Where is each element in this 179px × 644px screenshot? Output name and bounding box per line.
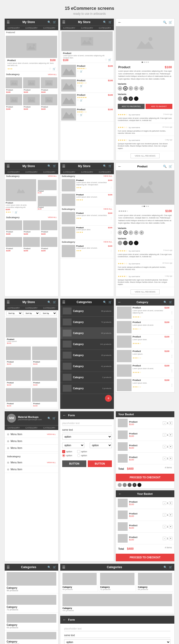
sw2-check[interactable]: ✓ bbox=[129, 241, 133, 245]
product-row-item-1[interactable]: Product$100 Lorem ipsum dolor sit amet, … bbox=[60, 178, 114, 193]
basket-icon-2[interactable]: 🛒 bbox=[108, 20, 112, 24]
basket-icon-5[interactable]: 🛒 bbox=[169, 165, 172, 168]
product-row-item-4[interactable]: Product$100 Lorem ipsum dolor. ★★★★⋮ bbox=[60, 226, 114, 240]
sort-product-5[interactable]: Product$100 bbox=[6, 388, 31, 408]
more-btn-6[interactable]: ⋮ bbox=[170, 383, 173, 387]
search-icon-6[interactable]: 🔍 bbox=[48, 301, 51, 304]
qty-minus-2[interactable]: - bbox=[163, 433, 166, 436]
product-row-item-5[interactable]: Product$100 Lorem ipsum dolor sit amet. … bbox=[60, 244, 114, 258]
menu-icon-cg[interactable]: ☰ bbox=[62, 565, 65, 569]
search-icon-3[interactable]: 🔍 bbox=[48, 164, 51, 168]
product-card[interactable]: Product $100 bbox=[23, 77, 40, 93]
search-icon-cg[interactable]: 🔍 bbox=[163, 566, 167, 569]
cat-product-4[interactable]: Product$100 Lorem ipsum. ★★★☆☆ ⋮ bbox=[116, 349, 174, 364]
variant-A[interactable]: A bbox=[118, 86, 122, 90]
d-qty-plus-2[interactable]: + bbox=[169, 513, 172, 516]
v2-D[interactable]: D bbox=[134, 230, 138, 235]
qty-minus-3[interactable]: - bbox=[163, 445, 166, 448]
basket-icon[interactable]: 🛒 bbox=[53, 20, 56, 24]
heart-icon-2[interactable]: ♡ bbox=[105, 58, 107, 61]
search-icon-2[interactable]: 🔍 bbox=[103, 20, 106, 24]
menu-icon[interactable]: ☰ bbox=[7, 20, 10, 24]
more-icon-2[interactable]: ⋮ bbox=[110, 198, 112, 201]
swatch-gray[interactable] bbox=[118, 96, 122, 101]
menu-icon-4[interactable]: ☰ bbox=[62, 164, 65, 168]
product-c2[interactable]: Product$100 bbox=[23, 220, 40, 235]
qty-minus-1[interactable]: - bbox=[163, 422, 166, 425]
radio-2[interactable]: option bbox=[77, 454, 87, 457]
sort-product-4[interactable]: Product$100 bbox=[32, 367, 57, 387]
product-card[interactable]: Product $100 bbox=[23, 94, 40, 110]
heart-sm[interactable]: ♡ bbox=[77, 70, 79, 73]
back-arrow-cat[interactable]: ← bbox=[118, 300, 121, 304]
product-list-item-3[interactable]: Product$100 ★★★★★ ♡🛒 bbox=[60, 93, 114, 107]
more-icon[interactable]: ⋮ bbox=[110, 186, 112, 189]
view-all-3[interactable]: VIEW ALL bbox=[48, 216, 57, 218]
menu-icon-cl[interactable]: ☰ bbox=[7, 565, 10, 569]
dark-cat-8[interactable]: Category 3 products bbox=[60, 383, 114, 394]
variant-C[interactable]: C bbox=[129, 86, 133, 90]
cat-product-1[interactable]: Product$100 Lorem ipsum dolor sit amet, … bbox=[116, 306, 174, 320]
grid-cat-4[interactable]: Category 141 products bbox=[61, 593, 173, 613]
product-row-item-2[interactable]: Product$100 Lorem ipsum dolor sit amet. … bbox=[60, 193, 114, 207]
checkout-btn-1[interactable]: PROCEED TO CHECKOUT bbox=[116, 474, 174, 481]
form-input-placeholder[interactable] bbox=[62, 421, 112, 426]
more-btn-5[interactable]: ⋮ bbox=[170, 369, 173, 372]
product-card[interactable]: Product $100 bbox=[41, 77, 57, 93]
view-all-4[interactable]: VIEW ALL bbox=[103, 175, 112, 177]
nav-cat-4[interactable]: CATEGORY bbox=[60, 26, 78, 30]
form2-option[interactable]: option bbox=[64, 639, 170, 644]
view-all-5[interactable]: VIEW ALL bbox=[103, 208, 112, 210]
qty-plus-1[interactable]: + bbox=[169, 422, 172, 425]
dark-cat-3[interactable]: Category 69 products bbox=[60, 328, 114, 339]
variant-B[interactable]: B bbox=[123, 86, 128, 90]
cart-icon-2[interactable]: 🛒 bbox=[108, 58, 111, 61]
basket-icon-4[interactable]: 🛒 bbox=[108, 164, 112, 168]
product-list-item-4[interactable]: Product$100 ★★★☆☆ ♡🛒 bbox=[60, 107, 114, 122]
basket-icon-cat[interactable]: 🛒 bbox=[169, 301, 172, 304]
grid-cat-2[interactable]: Category 72 products bbox=[99, 572, 135, 592]
light-cat-1[interactable]: Category 99 products bbox=[5, 570, 58, 594]
menu-icon-3[interactable]: ☰ bbox=[7, 164, 10, 168]
heart-sm-2[interactable]: ♡ bbox=[77, 85, 79, 87]
variant-E[interactable]: E bbox=[139, 86, 144, 90]
variant-D[interactable]: D bbox=[134, 86, 138, 90]
product-list-item-2[interactable]: Product$100 ★★★☆☆ ♡🛒 bbox=[60, 78, 114, 93]
search-icon-cl[interactable]: 🔍 bbox=[48, 566, 51, 569]
dark-cat-6[interactable]: Category 41 products bbox=[60, 361, 114, 372]
qty-minus-4[interactable]: - bbox=[163, 457, 166, 460]
search-icon-cat[interactable]: 🔍 bbox=[163, 301, 167, 304]
heart-sm-3[interactable]: ♡ bbox=[77, 99, 79, 102]
form-select-option[interactable]: option option 2 bbox=[62, 434, 112, 440]
d-qty-minus-4[interactable]: - bbox=[163, 537, 166, 540]
heart-sm-4[interactable]: ♡ bbox=[77, 114, 79, 116]
back-form-2[interactable]: ← bbox=[63, 618, 66, 622]
d-qty-minus-1[interactable]: - bbox=[163, 502, 166, 505]
product-c5[interactable]: Product$100 bbox=[23, 237, 40, 252]
more-icon-4[interactable]: ⋮ bbox=[110, 231, 112, 234]
search-icon-profile[interactable]: 🔍 bbox=[48, 417, 51, 420]
v2-E[interactable]: E bbox=[139, 230, 144, 235]
featured-product[interactable]: Product $100 Lorem ipsum dolor sit amet,… bbox=[6, 36, 57, 72]
qty-plus-2[interactable]: + bbox=[169, 433, 172, 436]
back-arrow-2[interactable]: ← bbox=[118, 164, 122, 168]
basket-icon-7[interactable]: 🛒 bbox=[108, 301, 112, 304]
cart-sm-2[interactable]: 🛒 bbox=[80, 85, 83, 87]
v2-B[interactable]: B bbox=[123, 230, 128, 235]
light-cat-2[interactable]: Category 72 products bbox=[5, 594, 58, 612]
swatch-darkgray[interactable] bbox=[123, 96, 128, 101]
cart-sm[interactable]: 🛒 bbox=[80, 70, 83, 73]
back-arrow-form[interactable]: ← bbox=[63, 413, 66, 417]
menu-icon-5[interactable]: ☰ bbox=[7, 300, 10, 304]
product-card[interactable]: Product $100 bbox=[41, 94, 57, 110]
cat-product-2[interactable]: Product$100 Lorem ipsum dolor sit amet. … bbox=[116, 320, 174, 334]
product-card[interactable]: Product $100 bbox=[6, 77, 22, 93]
search-icon-detail[interactable]: 🔍 bbox=[163, 20, 167, 24]
cat-product-5[interactable]: Product$100 Lorem ipsum dolor sit amet. … bbox=[116, 364, 174, 378]
d-qty-plus-3[interactable]: + bbox=[169, 525, 172, 528]
dark-cat-1[interactable]: Category 99 products bbox=[60, 306, 114, 316]
basket-icon-profile[interactable]: 🛒 bbox=[52, 417, 56, 420]
grid-cat-3[interactable]: Category 69 products bbox=[137, 572, 173, 592]
search-icon-5[interactable]: 🔍 bbox=[163, 165, 167, 168]
menu-item-1[interactable]: Menu Item VIEW ALL bbox=[5, 431, 58, 438]
